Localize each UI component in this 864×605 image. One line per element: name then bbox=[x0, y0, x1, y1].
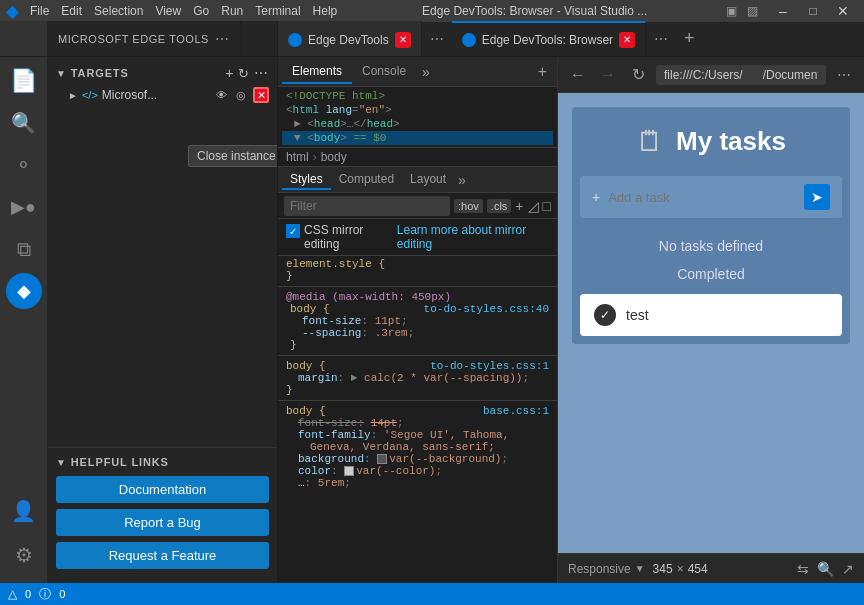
task-checkbox-icon[interactable]: ✓ bbox=[594, 304, 616, 326]
devtools-tab[interactable]: Edge DevTools ✕ bbox=[278, 21, 422, 56]
targets-section: ▼ TARGETS + ↻ ⋯ ► </> Microsof... 👁 ◎ ✕ … bbox=[48, 57, 277, 109]
console-tab[interactable]: Console bbox=[352, 60, 416, 84]
forward-button[interactable]: → bbox=[596, 63, 620, 87]
documentation-button[interactable]: Documentation bbox=[56, 476, 269, 503]
styles-icon2[interactable]: □ bbox=[543, 198, 551, 214]
menu-selection[interactable]: Selection bbox=[88, 4, 149, 18]
add-task-submit-button[interactable]: ➤ bbox=[804, 184, 830, 210]
size-display: 345 × 454 bbox=[653, 562, 708, 576]
width-value: 345 bbox=[653, 562, 673, 576]
add-task-input[interactable] bbox=[608, 190, 796, 205]
add-task-plus-icon: + bbox=[592, 189, 600, 205]
report-bug-button[interactable]: Report a Bug bbox=[56, 509, 269, 536]
css-rules-area: element.style { } @media (max-width: 450… bbox=[278, 256, 557, 583]
task-item[interactable]: ✓ test bbox=[580, 294, 842, 336]
browser-tab-more-icon[interactable]: ⋯ bbox=[646, 21, 676, 56]
target-action-inspect-icon[interactable]: ◎ bbox=[233, 87, 249, 103]
devtools-tab-label: Edge DevTools bbox=[308, 33, 389, 47]
app-container: 🗒 My tasks + ➤ No tasks defined Complete… bbox=[572, 107, 850, 344]
activity-edge-tools-icon[interactable]: ◆ bbox=[6, 273, 42, 309]
devtools-new-tab-icon[interactable]: + bbox=[532, 63, 553, 81]
maximize-button[interactable]: □ bbox=[798, 0, 828, 22]
computed-tab[interactable]: Computed bbox=[331, 170, 402, 190]
activity-explorer-icon[interactable]: 📄 bbox=[4, 61, 44, 101]
breadcrumb-body[interactable]: body bbox=[321, 150, 347, 164]
new-tab-icon[interactable]: + bbox=[676, 21, 703, 56]
styles-more-icon[interactable]: » bbox=[454, 172, 470, 188]
status-warning-icon: △ bbox=[8, 587, 17, 601]
css-rule-element-style: element.style { } bbox=[278, 256, 557, 284]
app-header: 🗒 My tasks bbox=[572, 107, 850, 176]
targets-more-icon[interactable]: ⋯ bbox=[254, 65, 269, 81]
refresh-button[interactable]: ↻ bbox=[626, 63, 650, 87]
collapse-icon[interactable]: ▼ bbox=[56, 68, 67, 79]
styles-subtabs: Styles Computed Layout » bbox=[278, 167, 557, 193]
browser-settings-icon[interactable]: ⋯ bbox=[832, 63, 856, 87]
css-mirror-checkbox[interactable]: ✓ bbox=[286, 224, 300, 238]
menu-run[interactable]: Run bbox=[215, 4, 249, 18]
activity-settings-icon[interactable]: ⚙ bbox=[4, 535, 44, 575]
helpful-links-collapse-icon[interactable]: ▼ bbox=[56, 457, 67, 468]
browser-panel: ← → ↻ ⋯ 🗒 My tasks + ➤ No tas bbox=[558, 57, 864, 583]
edge-browser-favicon-icon bbox=[462, 33, 476, 47]
browser-tab-close-icon[interactable]: ✕ bbox=[619, 32, 635, 48]
helpful-links-section: ▼ HELPFUL LINKS Documentation Report a B… bbox=[48, 447, 277, 583]
elements-tab[interactable]: Elements bbox=[282, 60, 352, 84]
breadcrumb-html[interactable]: html bbox=[286, 150, 309, 164]
body-line: ▼ <body> == $0 bbox=[282, 131, 553, 145]
layout-tab[interactable]: Layout bbox=[402, 170, 454, 190]
targets-add-icon[interactable]: + bbox=[225, 65, 234, 81]
menu-terminal[interactable]: Terminal bbox=[249, 4, 306, 18]
zoom-icon[interactable]: 🔍 bbox=[817, 561, 834, 577]
task-name-label: test bbox=[626, 307, 649, 323]
helpful-links-label: HELPFUL LINKS bbox=[71, 456, 169, 468]
styles-icon1[interactable]: ◿ bbox=[528, 198, 539, 214]
request-feature-button[interactable]: Request a Feature bbox=[56, 542, 269, 569]
plus-icon[interactable]: + bbox=[515, 198, 523, 214]
css-mirror-link[interactable]: Learn more about mirror editing bbox=[397, 223, 549, 251]
targets-label: TARGETS bbox=[71, 67, 221, 79]
activity-account-icon[interactable]: 👤 bbox=[4, 491, 44, 531]
x-separator: × bbox=[677, 562, 684, 576]
activity-extensions-icon[interactable]: ⧉ bbox=[4, 229, 44, 269]
styles-filter-row: :hov .cls + ◿ □ bbox=[278, 193, 557, 219]
hov-button[interactable]: :hov bbox=[454, 199, 483, 213]
targets-refresh-icon[interactable]: ↻ bbox=[238, 66, 250, 81]
menu-file[interactable]: File bbox=[24, 4, 55, 18]
devtools-tab-close-icon[interactable]: ✕ bbox=[395, 32, 411, 48]
window-title: Edge DevTools: Browser - Visual Studio .… bbox=[343, 4, 726, 18]
target-item[interactable]: ► </> Microsof... 👁 ◎ ✕ bbox=[48, 85, 277, 105]
activity-search-icon[interactable]: 🔍 bbox=[4, 103, 44, 143]
styles-filter-input[interactable] bbox=[284, 196, 450, 216]
menu-help[interactable]: Help bbox=[307, 4, 344, 18]
close-button[interactable]: ✕ bbox=[828, 0, 858, 22]
browser-url-input[interactable] bbox=[656, 65, 826, 85]
add-task-bar[interactable]: + ➤ bbox=[580, 176, 842, 218]
target-action-open-icon[interactable]: 👁 bbox=[213, 87, 229, 103]
activity-git-icon[interactable]: ⚬ bbox=[4, 145, 44, 185]
styles-tab[interactable]: Styles bbox=[282, 170, 331, 190]
css-mirror-label: CSS mirror editing bbox=[304, 223, 393, 251]
left-panel-more-icon[interactable]: ⋯ bbox=[215, 31, 230, 47]
doctype-line: <!DOCTYPE html> bbox=[282, 89, 553, 103]
minimize-button[interactable]: – bbox=[768, 0, 798, 22]
left-panel-tab[interactable]: MICROSOFT EDGE TOOLS ⋯ bbox=[48, 21, 241, 56]
rotate-icon[interactable]: ⇆ bbox=[797, 561, 809, 577]
responsive-button[interactable]: Responsive ▼ bbox=[568, 562, 645, 576]
activity-debug-icon[interactable]: ▶● bbox=[4, 187, 44, 227]
menu-go[interactable]: Go bbox=[187, 4, 215, 18]
app-icon: 🗒 bbox=[636, 125, 664, 158]
app-title: My tasks bbox=[676, 126, 786, 157]
menu-edit[interactable]: Edit bbox=[55, 4, 88, 18]
target-close-icon[interactable]: ✕ bbox=[253, 87, 269, 103]
devtools-tabs-more-icon[interactable]: » bbox=[416, 64, 436, 80]
devtools-tab-more-icon[interactable]: ⋯ bbox=[422, 21, 452, 56]
edge-favicon-icon bbox=[288, 33, 302, 47]
cls-button[interactable]: .cls bbox=[487, 199, 512, 213]
close-instance-tooltip: Close instance bbox=[188, 145, 278, 167]
browser-tab[interactable]: Edge DevTools: Browser ✕ bbox=[452, 21, 646, 56]
expand-icon[interactable]: ↗ bbox=[842, 561, 854, 577]
status-icons-right: ⇆ 🔍 ↗ bbox=[797, 561, 854, 577]
back-button[interactable]: ← bbox=[566, 63, 590, 87]
menu-view[interactable]: View bbox=[149, 4, 187, 18]
